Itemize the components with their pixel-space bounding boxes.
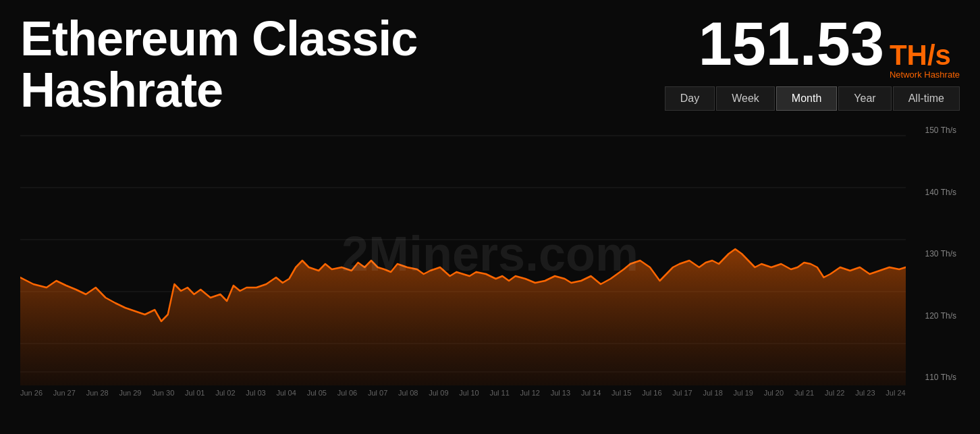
time-btn-week[interactable]: Week: [716, 86, 775, 111]
x-label-jul01: Jul 01: [185, 389, 205, 397]
x-label-jun26: Jun 26: [20, 389, 43, 397]
y-label-110: 110 Th/s: [906, 373, 960, 382]
y-label-140: 140 Th/s: [906, 188, 960, 197]
x-label-jul24: Jul 24: [886, 389, 905, 397]
hashrate-display: 151.53 TH/s Network Hashrate: [699, 13, 960, 80]
x-label-jul15: Jul 15: [611, 389, 631, 397]
x-label-jul06: Jul 06: [337, 389, 357, 397]
time-btn-day[interactable]: Day: [665, 86, 715, 111]
svg-marker-6: [20, 249, 906, 385]
time-btn-alltime[interactable]: All-time: [893, 86, 960, 111]
hashrate-unit-container: TH/s Network Hashrate: [890, 41, 960, 80]
x-label-jul13: Jul 13: [551, 389, 570, 397]
y-label-120: 120 Th/s: [906, 311, 960, 321]
x-label-jul03: Jul 03: [246, 389, 265, 397]
x-label-jul19: Jul 19: [734, 389, 753, 397]
x-label-jul09: Jul 09: [429, 389, 448, 397]
x-label-jul20: Jul 20: [764, 389, 784, 397]
hashrate-label: Network Hashrate: [890, 70, 960, 80]
x-label-jul07: Jul 07: [368, 389, 387, 397]
hashrate-value: 151.53: [699, 13, 884, 74]
x-label-jun27: Jun 27: [53, 389, 76, 397]
x-label-jul22: Jul 22: [825, 389, 844, 397]
x-label-jul02: Jul 02: [215, 389, 235, 397]
x-label-jul08: Jul 08: [398, 389, 418, 397]
x-label-jul11: Jul 11: [489, 389, 509, 397]
x-label-jul16: Jul 16: [642, 389, 661, 397]
header: Ethereum Classic Hashrate 151.53 TH/s Ne…: [20, 13, 960, 115]
x-label-jul23: Jul 23: [855, 389, 875, 397]
x-label-jul05: Jul 05: [307, 389, 327, 397]
x-label-jul17: Jul 17: [672, 389, 692, 397]
y-label-130: 130 Th/s: [906, 249, 960, 259]
time-buttons: Day Week Month Year All-time: [665, 86, 960, 111]
x-label-jul10: Jul 10: [459, 389, 479, 397]
right-header: 151.53 TH/s Network Hashrate Day Week Mo…: [665, 13, 960, 111]
time-btn-month[interactable]: Month: [776, 86, 837, 111]
x-label-jul12: Jul 12: [520, 389, 540, 397]
x-axis: Jun 26 Jun 27 Jun 28 Jun 29 Jun 30 Jul 0…: [20, 385, 906, 397]
hashrate-unit: TH/s: [890, 41, 951, 70]
page-title: Ethereum Classic Hashrate: [20, 13, 417, 115]
page-container: Ethereum Classic Hashrate 151.53 TH/s Ne…: [0, 0, 980, 434]
x-label-jun29: Jun 29: [119, 389, 141, 397]
x-label-jun28: Jun 28: [86, 389, 109, 397]
time-btn-year[interactable]: Year: [838, 86, 891, 111]
x-label-jul14: Jul 14: [581, 389, 601, 397]
chart-svg: [20, 122, 906, 385]
x-label-jul04: Jul 04: [276, 389, 296, 397]
y-label-150: 150 Th/s: [906, 126, 960, 135]
chart-area: 2Miners.com 150 Th/s 14: [20, 122, 960, 385]
x-label-jun30: Jun 30: [152, 389, 174, 397]
x-label-jul21: Jul 21: [794, 389, 814, 397]
y-axis: 150 Th/s 140 Th/s 130 Th/s 120 Th/s 110 …: [906, 122, 960, 385]
x-label-jul18: Jul 18: [703, 389, 722, 397]
